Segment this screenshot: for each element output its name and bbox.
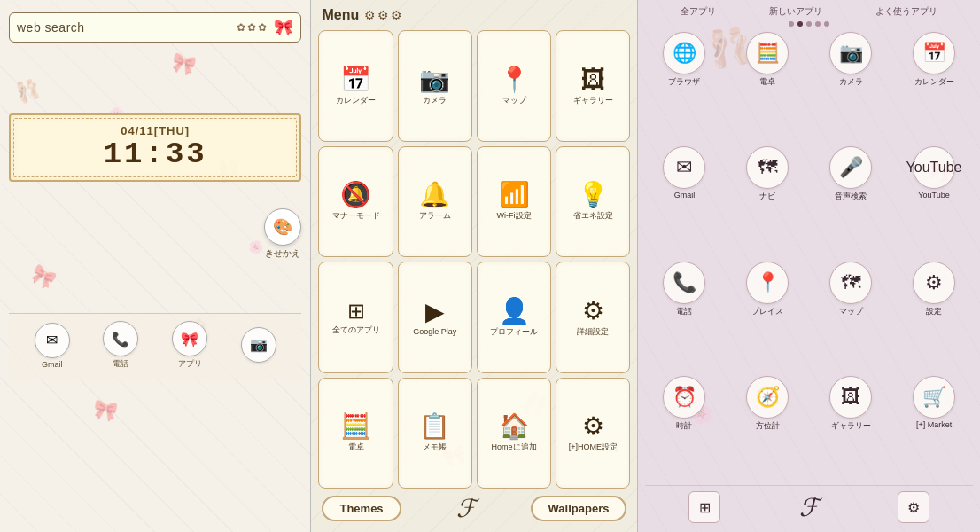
browser-label: ブラウザ <box>668 76 700 88</box>
place-icon: 📍 <box>746 262 789 304</box>
settings-icon: ⚙ <box>913 262 955 304</box>
play-icon: ▶ <box>425 300 445 325</box>
home-content: web search ✿✿✿ 🎀 04/11[THU] 11:33 🎨 きせかえ… <box>0 0 310 532</box>
camera-icon: 📷 <box>829 32 872 74</box>
profile-icon: 👤 <box>499 299 530 324</box>
menu-item-label: マナーモード <box>332 210 380 222</box>
menu-item-settings[interactable]: ⚙ 詳細設定 <box>556 262 630 373</box>
app-browser[interactable]: 🌐 ブラウザ <box>645 32 723 141</box>
dock-gmail-label: Gmail <box>42 360 63 369</box>
menu-item-label: Homeに追加 <box>492 442 537 453</box>
map-label: マップ <box>839 306 863 317</box>
menu-item-addtohome[interactable]: 🏠 Homeに追加 <box>477 378 551 489</box>
menu-item-camera[interactable]: 📷 カメラ <box>398 30 472 142</box>
app-place[interactable]: 📍 プレイス <box>728 262 806 371</box>
bottom-dock: ✉ Gmail 📞 電話 🎀 アプリ 📷 <box>9 313 301 379</box>
settings-label: 設定 <box>926 306 942 317</box>
menu-gear-icons: ⚙⚙⚙ <box>364 8 404 22</box>
market-label: [+] Market <box>916 420 952 429</box>
bow-icon: 🎀 <box>274 18 293 37</box>
footer-grid-icon[interactable]: ⊞ <box>688 491 720 523</box>
clock-label: 時計 <box>676 420 692 432</box>
menu-item-label: Google Play <box>413 327 456 336</box>
search-icons: ✿✿✿ <box>237 21 268 34</box>
menu-item-label: カレンダー <box>336 95 376 106</box>
menu-item-label: カメラ <box>423 95 447 106</box>
app-camera[interactable]: 📷 カメラ <box>812 32 890 141</box>
app-market[interactable]: 🛒 [+] Market <box>895 376 973 485</box>
voice-label: 音声検索 <box>835 191 867 202</box>
menu-item-power[interactable]: 💡 省エネ設定 <box>556 146 630 258</box>
kisekae-label: きせかえ <box>265 247 300 260</box>
gallery-icon: 🖼 <box>580 67 605 92</box>
f-logo: ℱ <box>456 494 476 523</box>
gallery-label: ギャラリー <box>831 420 871 432</box>
browser-icon: 🌐 <box>663 32 705 74</box>
menu-item-homesettings[interactable]: ⚙ [+]HOME設定 <box>556 378 630 489</box>
app-calc[interactable]: 🧮 電卓 <box>728 32 806 141</box>
dock-phone-icon: 📞 <box>103 321 138 356</box>
app-settings[interactable]: ⚙ 設定 <box>895 262 973 371</box>
phone-icon: 📞 <box>663 262 705 304</box>
homesettings-icon: ⚙ <box>582 414 604 439</box>
gmail-label: Gmail <box>674 191 696 200</box>
dock-apps-label: アプリ <box>178 358 202 370</box>
kisekae-button[interactable]: 🎨 きせかえ <box>264 208 301 260</box>
app-map[interactable]: 🗺 マップ <box>812 262 890 371</box>
dock-camera[interactable]: 📷 <box>241 327 276 364</box>
app-phone[interactable]: 📞 電話 <box>645 262 723 371</box>
search-bar[interactable]: web search ✿✿✿ 🎀 <box>9 12 301 43</box>
menu-item-silent[interactable]: 🔕 マナーモード <box>318 146 393 258</box>
menu-header: Menu ⚙⚙⚙ <box>318 5 630 25</box>
menu-item-gallery[interactable]: 🖼 ギャラリー <box>556 30 630 142</box>
menu-item-alarm[interactable]: 🔔 アラーム <box>398 146 472 258</box>
place-label: プレイス <box>751 306 783 317</box>
tab-new-apps[interactable]: 新しいアプリ <box>769 5 822 18</box>
app-navi[interactable]: 🗺 ナビ <box>728 146 806 255</box>
menu-item-label: メモ帳 <box>423 442 447 453</box>
app-youtube[interactable]: YouTube YouTube <box>895 146 973 255</box>
app-grid: 🌐 ブラウザ 🧮 電卓 📷 カメラ 📅 カレンダー ✉ Gmail 🗺 ナ <box>645 32 973 485</box>
themes-button[interactable]: Themes <box>322 496 401 521</box>
app-calendar[interactable]: 📅 カレンダー <box>895 32 973 141</box>
wallpapers-button[interactable]: Wallpapers <box>531 496 627 521</box>
youtube-icon: YouTube <box>913 146 955 189</box>
gallery-icon: 🖼 <box>829 376 872 419</box>
wifi-icon: 📶 <box>499 183 530 207</box>
menu-item-profile[interactable]: 👤 プロフィール <box>477 262 551 373</box>
dock-phone-label: 電話 <box>113 358 128 370</box>
app-compass[interactable]: 🧭 方位計 <box>728 376 806 485</box>
menu-item-googleplay[interactable]: ▶ Google Play <box>398 262 472 373</box>
menu-content: Menu ⚙⚙⚙ 📅 カレンダー 📷 カメラ 📍 マップ 🖼 ギャラリー <box>311 0 637 532</box>
app-gallery[interactable]: 🖼 ギャラリー <box>812 376 890 485</box>
menu-item-wifi[interactable]: 📶 Wi-Fi設定 <box>477 146 551 258</box>
search-text: web search <box>17 20 237 35</box>
dock-gmail[interactable]: ✉ Gmail <box>35 323 70 369</box>
menu-item-memo[interactable]: 📋 メモ帳 <box>398 378 472 489</box>
memo-icon: 📋 <box>419 414 450 439</box>
menu-item-label: 詳細設定 <box>577 326 609 338</box>
menu-item-allapps[interactable]: ⊞ 全てのアプリ <box>318 262 393 373</box>
app-voice[interactable]: 🎤 音声検索 <box>812 146 890 255</box>
app-gmail[interactable]: ✉ Gmail <box>645 146 723 255</box>
dock-camera-icon: 📷 <box>241 327 276 363</box>
home-icon: 🏠 <box>499 414 530 439</box>
settings-icon: ⚙ <box>582 299 604 324</box>
menu-item-calc[interactable]: 🧮 電卓 <box>318 378 393 489</box>
datetime-box: 04/11[THU] 11:33 <box>9 113 301 182</box>
dot-4 <box>815 21 821 27</box>
footer-settings-icon[interactable]: ⚙ <box>898 491 929 523</box>
menu-item-map[interactable]: 📍 マップ <box>477 30 551 142</box>
menu-item-calendar[interactable]: 📅 カレンダー <box>318 30 393 142</box>
dock-apps[interactable]: 🎀 アプリ <box>172 321 207 370</box>
compass-icon: 🧭 <box>746 376 789 419</box>
app-tabs: 全アプリ 新しいアプリ よく使うアプリ <box>645 5 973 18</box>
tab-all-apps[interactable]: 全アプリ <box>681 5 716 18</box>
kisekae-icon: 🎨 <box>264 208 301 246</box>
app-clock[interactable]: ⏰ 時計 <box>645 376 723 485</box>
tab-frequent-apps[interactable]: よく使うアプリ <box>875 5 937 18</box>
compass-label: 方位計 <box>756 420 780 432</box>
menu-item-label: マップ <box>502 95 526 106</box>
menu-item-label: ギャラリー <box>573 95 613 106</box>
dock-phone[interactable]: 📞 電話 <box>103 321 138 370</box>
